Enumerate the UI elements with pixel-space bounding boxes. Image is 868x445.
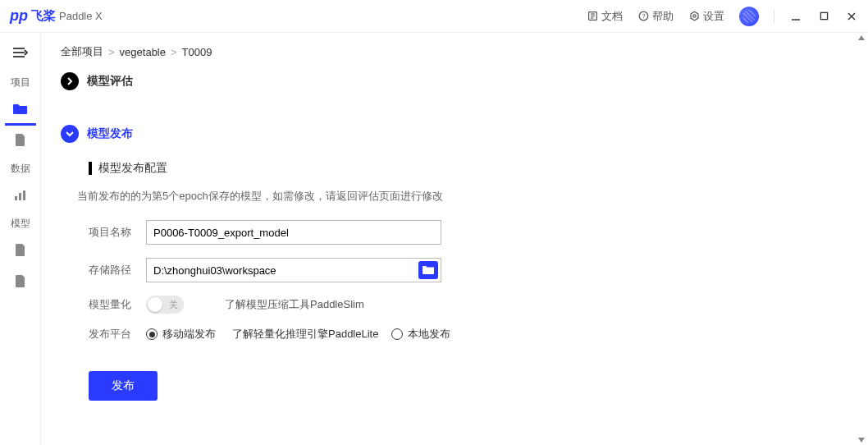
breadcrumb-leaf: T0009 [182,46,212,58]
settings-label: 设置 [703,9,724,24]
toggle-off-text: 关 [169,299,178,311]
scroll-up-icon[interactable] [857,33,866,43]
file-icon [15,244,26,259]
divider [774,9,774,24]
sidebar-item-chart[interactable] [0,181,41,212]
section-publish-title: 模型发布 [87,126,133,141]
storage-path-input[interactable] [146,258,441,282]
sidebar-toggle[interactable] [7,39,34,66]
docs-link[interactable]: 文档 [587,9,623,24]
svg-rect-16 [19,193,21,200]
svg-marker-6 [691,11,698,21]
sidebar-section-model: 模型 [11,217,30,231]
folder-icon [13,103,28,117]
section-eval[interactable]: 模型评估 [61,72,838,90]
help-label: 帮助 [652,9,674,24]
title-bar-accent [89,162,92,175]
quantization-toggle[interactable]: 关 [146,296,184,314]
scroll-down-icon[interactable] [857,435,866,445]
help-icon: ? [637,11,649,22]
chart-icon [14,190,27,204]
doc-icon [587,11,598,22]
file-icon [15,134,26,149]
sidebar: 项目 数据 模型 [0,33,41,445]
platform-label: 发布平台 [89,327,146,342]
section-eval-title: 模型评估 [87,74,133,89]
folder-icon [423,264,434,277]
chevron-right-icon [61,72,79,90]
minimize-button[interactable] [789,10,802,23]
config-description: 当前发布的的为第5个epoch保存的模型，如需修改，请返回评估页面进行修改 [77,189,838,204]
breadcrumb-sep: > [108,46,115,58]
breadcrumb: 全部项目 > vegetable > T0009 [61,44,838,59]
radio-mobile[interactable] [146,328,158,340]
sidebar-item-file-1[interactable] [0,126,41,157]
svg-point-7 [692,15,695,17]
vertical-scrollbar[interactable] [857,33,866,445]
publish-button-label: 发布 [112,378,135,393]
gear-icon [688,11,700,22]
help-link[interactable]: ? 帮助 [637,9,674,24]
browse-folder-button[interactable] [418,261,438,279]
maximize-button[interactable] [817,10,830,23]
logo-en: Paddle X [59,10,103,22]
radio-mobile-label: 移动端发布 [162,327,216,342]
svg-rect-15 [15,196,17,200]
breadcrumb-sep: > [171,46,177,58]
project-name-input[interactable] [146,220,441,245]
chevron-down-icon [61,125,79,143]
sidebar-item-folder[interactable] [0,94,41,126]
svg-rect-9 [820,12,827,19]
svg-marker-19 [858,438,865,443]
logo-glyph: pp [10,7,28,25]
project-name-label: 项目名称 [89,225,146,240]
close-button[interactable] [845,10,858,23]
section-publish[interactable]: 模型发布 [61,125,838,143]
svg-rect-17 [23,190,25,200]
breadcrumb-root[interactable]: 全部项目 [61,44,103,59]
subsection-config: 模型发布配置 [89,161,838,176]
publish-button[interactable]: 发布 [89,371,158,401]
avatar[interactable] [739,7,759,26]
content-pane: 全部项目 > vegetable > T0009 模型评估 模型发布 [41,33,868,445]
paddlelite-link[interactable]: 了解轻量化推理引擎PaddleLite [232,327,378,342]
title-bar: pp 飞桨 Paddle X 文档 ? 帮助 设置 [0,0,868,33]
file-icon [15,275,26,291]
titlebar-actions: 文档 ? 帮助 设置 [587,7,858,26]
sidebar-section-data: 数据 [11,162,30,176]
breadcrumb-mid[interactable]: vegetable [120,46,166,58]
storage-path-label: 存储路径 [89,263,146,278]
svg-marker-18 [858,35,865,40]
svg-text:?: ? [642,12,645,20]
radio-local[interactable] [391,328,403,340]
paddleslim-link[interactable]: 了解模型压缩工具PaddleSlim [225,297,364,312]
sidebar-section-project: 项目 [11,76,30,89]
config-title: 模型发布配置 [98,161,167,176]
sidebar-item-file-2[interactable] [0,236,41,267]
docs-label: 文档 [601,9,623,24]
radio-local-label: 本地发布 [408,327,450,342]
toggle-knob [148,297,162,312]
sidebar-item-file-3[interactable] [0,267,41,298]
app-logo: pp 飞桨 Paddle X [10,7,103,25]
settings-link[interactable]: 设置 [688,9,724,24]
logo-cn: 飞桨 [31,8,56,24]
quantization-label: 模型量化 [89,297,146,312]
